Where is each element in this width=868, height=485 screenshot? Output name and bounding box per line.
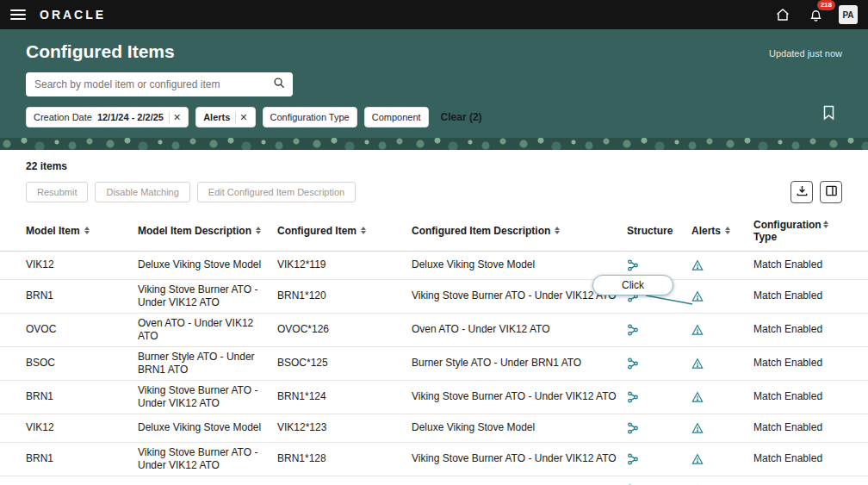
manage-columns-button[interactable] <box>820 181 842 203</box>
download-icon <box>796 184 809 201</box>
structure-icon[interactable] <box>627 481 691 485</box>
model-item-description-cell: Oven ATO - Under VIK12 ATO <box>138 314 277 346</box>
column-label: Configured Item Description <box>412 225 550 237</box>
column-label: Model Item Description <box>138 225 251 237</box>
table-row: VIK12Deluxe Viking Stove ModelVIK12*123D… <box>0 414 868 443</box>
configuration-type-cell: Match Enabled <box>753 353 842 373</box>
alert-icon[interactable] <box>691 481 753 485</box>
search-input[interactable] <box>34 78 273 90</box>
table-header: Model Item Model Item Description Config… <box>0 214 868 252</box>
configured-item-description-cell: Viking Stove Burner ATO - Under VIK12 AT… <box>412 449 627 469</box>
configuration-type-cell: Match Enabled <box>753 449 842 469</box>
page-header: Configured Items Updated just now Creati… <box>0 29 868 138</box>
clear-filters-button[interactable]: Clear (2) <box>441 111 482 123</box>
sort-icon[interactable] <box>256 227 261 234</box>
click-callout[interactable]: Click <box>592 275 673 295</box>
structure-icon[interactable] <box>627 419 691 438</box>
sort-icon[interactable] <box>725 227 730 234</box>
column-header-alerts[interactable]: Alerts <box>691 220 753 244</box>
structure-icon[interactable] <box>627 388 691 407</box>
remove-filter-icon[interactable]: ✕ <box>235 112 247 123</box>
structure-icon[interactable] <box>627 354 691 373</box>
updated-status: Updated just now <box>769 48 842 59</box>
column-label: Structure <box>627 225 673 237</box>
configuration-type-cell: Match Enabled <box>753 320 842 339</box>
chip-label: Configuration Type <box>270 112 350 122</box>
columns-layout-icon <box>825 184 838 201</box>
alert-icon[interactable] <box>691 419 753 438</box>
alert-icon[interactable] <box>691 287 753 306</box>
notifications-bell-icon[interactable]: 218 <box>806 5 825 24</box>
column-header-configured-item-description[interactable]: Configured Item Description <box>412 220 627 244</box>
edit-configured-item-description-button[interactable]: Edit Configured Item Description <box>197 182 356 202</box>
oracle-logo: ORACLE <box>40 8 106 22</box>
filter-chip-creation-date[interactable]: Creation Date 12/1/24 - 2/2/25 ✕ <box>26 107 189 127</box>
filter-chips-row: Creation Date 12/1/24 - 2/2/25 ✕ Alerts … <box>26 107 842 127</box>
column-header-model-item[interactable]: Model Item <box>26 220 138 244</box>
model-item-cell: BRN1 <box>26 449 138 469</box>
structure-icon[interactable] <box>627 450 691 469</box>
disable-matching-button[interactable]: Disable Matching <box>95 182 189 202</box>
decorative-pattern-strip <box>0 138 868 150</box>
chip-label: Component <box>372 112 421 122</box>
menu-icon[interactable] <box>10 9 26 20</box>
configured-item-cell: BSOC*125 <box>277 353 412 373</box>
filter-chip-component[interactable]: Component <box>364 107 429 127</box>
configuration-type-cell: Match Enabled <box>753 480 842 485</box>
model-item-cell: BRN1 <box>26 286 138 306</box>
column-header-model-item-description[interactable]: Model Item Description <box>138 220 277 244</box>
sort-icon[interactable] <box>84 227 90 234</box>
configuration-type-cell: Match Enabled <box>753 387 842 407</box>
column-label: Configured Item <box>277 225 356 237</box>
configuration-type-cell: Match Enabled <box>753 286 842 306</box>
column-header-configuration-type[interactable]: Configuration Type <box>753 214 842 251</box>
user-avatar[interactable]: PA <box>839 5 858 24</box>
configured-item-cell: OVOC*126 <box>277 320 412 339</box>
alert-icon[interactable] <box>691 354 753 373</box>
structure-icon[interactable] <box>627 256 691 275</box>
page-title: Configured Items <box>26 41 842 62</box>
configured-item-description-cell: Deluxe Viking Stove Model <box>412 480 627 485</box>
items-count: 22 items <box>0 159 868 181</box>
chip-label: Creation Date <box>34 112 92 122</box>
alert-icon[interactable] <box>691 320 753 339</box>
configured-item-cell: BRN1*124 <box>277 387 412 407</box>
table-row: VIK12Deluxe Viking Stove ModelVIK12*127D… <box>0 476 868 485</box>
table-row: OVOCOven ATO - Under VIK12 ATOOVOC*126Ov… <box>0 314 868 347</box>
sort-icon[interactable] <box>555 227 560 234</box>
structure-icon[interactable] <box>627 320 691 339</box>
configured-item-cell: BRN1*120 <box>277 286 412 306</box>
configured-item-cell: VIK12*123 <box>277 418 412 438</box>
alert-icon[interactable] <box>691 388 753 407</box>
model-item-description-cell: Viking Stove Burner ATO - Under VIK12 AT… <box>138 381 277 413</box>
model-item-description-cell: Deluxe Viking Stove Model <box>138 255 277 275</box>
remove-filter-icon[interactable]: ✕ <box>169 112 181 123</box>
column-header-configured-item[interactable]: Configured Item <box>277 220 412 244</box>
sort-icon[interactable] <box>823 221 828 228</box>
filter-chip-alerts[interactable]: Alerts ✕ <box>195 107 255 127</box>
resubmit-button[interactable]: Resubmit <box>26 182 88 202</box>
alert-icon[interactable] <box>691 450 753 469</box>
download-button[interactable] <box>790 181 813 203</box>
model-item-description-cell: Deluxe Viking Stove Model <box>138 480 277 485</box>
filter-chip-configuration-type[interactable]: Configuration Type <box>263 107 357 127</box>
column-label: Configuration Type <box>753 219 819 244</box>
table-row: BRN1Viking Stove Burner ATO - Under VIK1… <box>0 381 868 414</box>
configured-item-description-cell: Viking Stove Burner ATO - Under VIK12 AT… <box>412 387 627 407</box>
model-item-cell: VIK12 <box>26 480 138 485</box>
model-item-cell: BRN1 <box>26 387 138 407</box>
model-item-cell: OVOC <box>26 320 138 339</box>
table-row: BRN1Viking Stove Burner ATO - Under VIK1… <box>0 280 868 314</box>
search-icon[interactable] <box>273 77 286 93</box>
sort-icon[interactable] <box>361 227 366 234</box>
column-label: Alerts <box>691 225 721 237</box>
configured-item-description-cell: Deluxe Viking Stove Model <box>412 255 627 275</box>
bookmark-icon[interactable] <box>822 105 835 124</box>
home-icon[interactable] <box>773 5 792 24</box>
chip-label: Alerts <box>203 112 230 122</box>
chip-value: 12/1/24 - 2/2/25 <box>97 112 164 122</box>
alert-icon[interactable] <box>691 256 753 275</box>
model-item-description-cell: Viking Stove Burner ATO - Under VIK12 AT… <box>138 280 277 313</box>
model-item-description-cell: Viking Stove Burner ATO - Under VIK12 AT… <box>138 443 277 476</box>
model-item-cell: VIK12 <box>26 255 138 275</box>
